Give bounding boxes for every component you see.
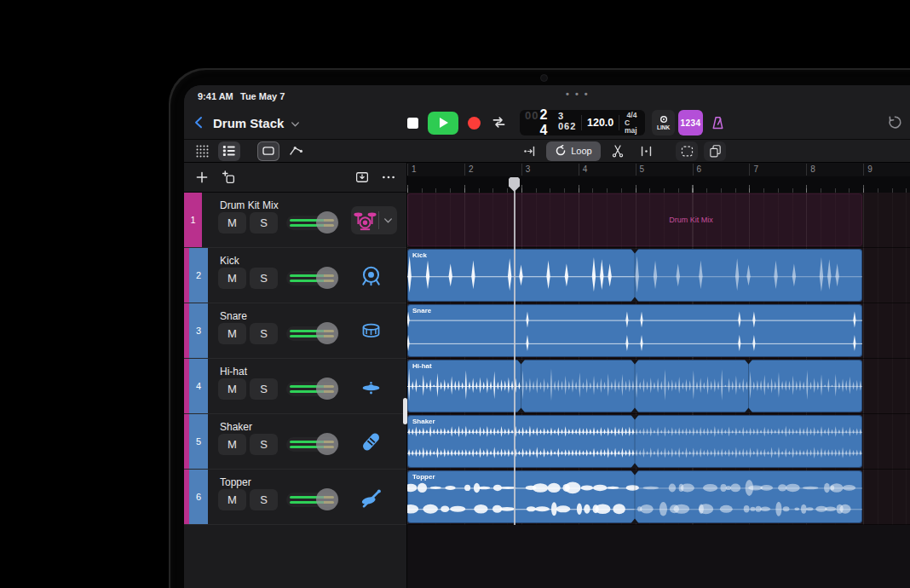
browser-grid-button[interactable]	[191, 141, 213, 161]
volume-slider[interactable]	[286, 326, 339, 341]
mute-button[interactable]: M	[218, 268, 246, 289]
track-name[interactable]: Snare	[220, 310, 247, 322]
mute-button[interactable]: M	[218, 323, 246, 344]
multitask-indicator[interactable]: • • •	[566, 89, 590, 99]
track-header-hi-hat[interactable]: 4Hi-hat M S	[184, 359, 406, 414]
bar-number: 3	[521, 164, 531, 176]
record-button[interactable]	[468, 117, 481, 130]
volume-knob[interactable]	[316, 488, 338, 510]
volume-knob[interactable]	[316, 378, 338, 400]
count-in-label: 1234	[680, 118, 700, 128]
track-name[interactable]: Shaker	[220, 421, 252, 433]
solo-button[interactable]: S	[250, 268, 278, 289]
region-hi-hat[interactable]: Hi-hat	[407, 360, 862, 412]
track-number: 6	[196, 492, 201, 502]
stack-collapse-chevron[interactable]	[379, 215, 397, 226]
beat-ruler[interactable]	[407, 176, 910, 193]
metronome-button[interactable]	[706, 110, 729, 135]
automation-view-button[interactable]	[285, 141, 307, 161]
cycle-button[interactable]	[490, 113, 509, 132]
bar-number: 4	[579, 164, 588, 176]
region-kick[interactable]: Kick	[407, 249, 862, 302]
playhead-line	[514, 177, 515, 525]
drum-kit-icon	[351, 209, 378, 232]
mute-button[interactable]: M	[218, 212, 246, 233]
track-color-tab[interactable]: 2	[189, 248, 208, 303]
volume-knob[interactable]	[316, 322, 338, 344]
waveform-canvas	[407, 360, 862, 412]
mute-button[interactable]: M	[218, 434, 246, 455]
solo-button[interactable]: S	[250, 434, 278, 455]
solo-button[interactable]: S	[250, 323, 278, 344]
region-snare[interactable]: Snare	[407, 304, 862, 357]
volume-knob[interactable]	[316, 211, 338, 233]
track-header-drum-kit-mix[interactable]: 1Drum Kit Mix M S	[184, 193, 406, 248]
play-button[interactable]	[428, 112, 458, 135]
track-header-shaker[interactable]: 5Shaker M S	[184, 414, 406, 470]
track-color-tab[interactable]: 4	[189, 359, 208, 413]
status-time: 9:41 AM	[198, 91, 233, 101]
track-color-tab[interactable]: 6	[189, 470, 208, 524]
undo-button[interactable]	[887, 114, 904, 131]
import-track-button[interactable]	[352, 167, 372, 187]
duplicate-track-button[interactable]	[218, 167, 239, 187]
play-icon	[440, 118, 448, 128]
volume-slider[interactable]	[286, 271, 339, 285]
region-topper[interactable]: Topper	[407, 470, 862, 523]
solo-button[interactable]: S	[250, 378, 278, 400]
track-color-tab[interactable]: 5	[189, 414, 208, 469]
volume-slider[interactable]	[286, 382, 339, 396]
bar-number: 9	[863, 164, 873, 176]
front-camera	[540, 74, 548, 82]
track-header-topper[interactable]: 6Topper M S	[184, 470, 406, 525]
shaker-icon	[354, 425, 387, 458]
bar-ruler[interactable]: 123456789	[407, 163, 910, 176]
count-in-button[interactable]: 1234	[678, 110, 703, 135]
panel-resize-handle[interactable]	[403, 398, 407, 424]
loop-tool-button[interactable]: Loop	[546, 141, 601, 161]
track-name[interactable]: Topper	[220, 476, 251, 488]
region-shaker[interactable]: Shaker	[407, 415, 862, 468]
track-color-tab[interactable]: 1	[184, 193, 202, 247]
solo-button[interactable]: S	[250, 212, 278, 233]
volume-slider[interactable]	[286, 437, 339, 452]
view-toolbar: Loop	[184, 140, 910, 163]
link-button[interactable]: LINK	[652, 110, 675, 135]
paste-button[interactable]	[704, 141, 726, 161]
track-name[interactable]: Hi-hat	[220, 366, 247, 378]
link-label: LINK	[657, 124, 670, 130]
more-options-button[interactable]	[378, 167, 399, 187]
tracks-view-button[interactable]	[218, 141, 240, 161]
stop-button[interactable]	[407, 118, 418, 129]
track-header-list: 1Drum Kit Mix M S 2Kick M S	[184, 193, 406, 525]
volume-knob[interactable]	[316, 267, 338, 289]
project-title-menu[interactable]: Drum Stack	[213, 116, 302, 130]
track-color-tab[interactable]: 3	[189, 303, 208, 358]
lcd-display[interactable]: 00 2 4 3 062 120.0 4/4 C maj	[520, 110, 645, 135]
solo-button[interactable]: S	[250, 489, 278, 510]
track-header-kick[interactable]: 2Kick M S	[184, 248, 406, 303]
mute-button[interactable]: M	[218, 378, 246, 400]
arrange-area: 1Drum Kit Mix M S 2Kick M S	[184, 163, 910, 588]
track-number: 5	[196, 436, 201, 447]
stack-instrument-button[interactable]	[351, 206, 397, 234]
stretch-tool-button[interactable]	[635, 141, 657, 161]
volume-knob[interactable]	[316, 433, 338, 455]
trim-tool-button[interactable]	[518, 141, 540, 161]
back-button[interactable]	[193, 113, 210, 132]
split-tool-button[interactable]	[607, 141, 629, 161]
region-drum-kit-mix[interactable]: Drum Kit Mix	[407, 193, 862, 246]
track-name[interactable]: Drum Kit Mix	[220, 199, 279, 211]
marquee-copy-button[interactable]	[676, 141, 698, 161]
regions-view-button[interactable]	[257, 141, 279, 161]
project-title: Drum Stack	[213, 116, 284, 130]
add-track-button[interactable]	[192, 167, 212, 187]
waveform-canvas	[407, 415, 862, 468]
track-name[interactable]: Kick	[220, 255, 239, 267]
volume-slider[interactable]	[286, 216, 339, 230]
volume-slider[interactable]	[286, 493, 339, 507]
region-lane-topper: Topper	[407, 470, 910, 525]
mute-button[interactable]: M	[218, 489, 246, 510]
bar-number: 8	[806, 164, 815, 176]
track-header-snare[interactable]: 3Snare M S	[184, 303, 406, 359]
